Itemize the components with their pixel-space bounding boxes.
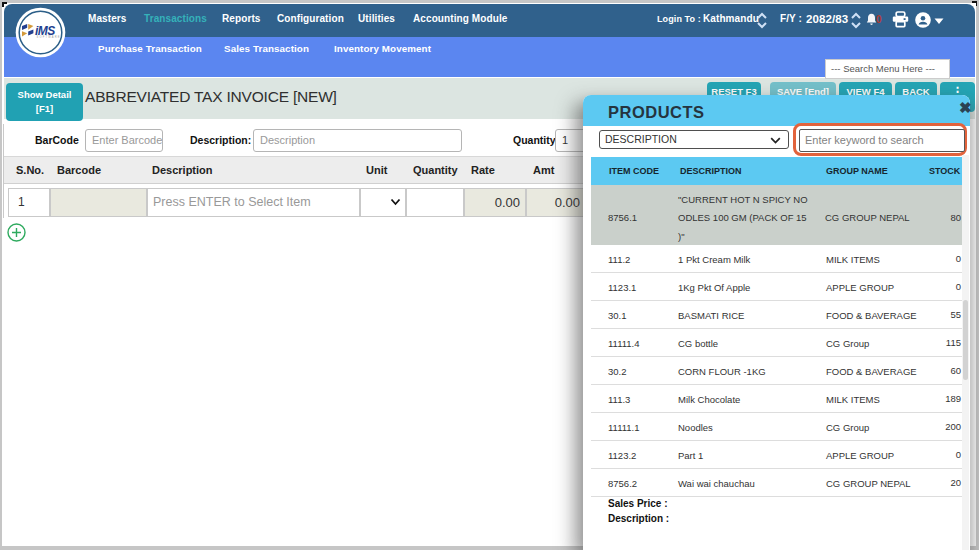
svg-text:SOFTWARE: SOFTWARE (37, 35, 61, 39)
